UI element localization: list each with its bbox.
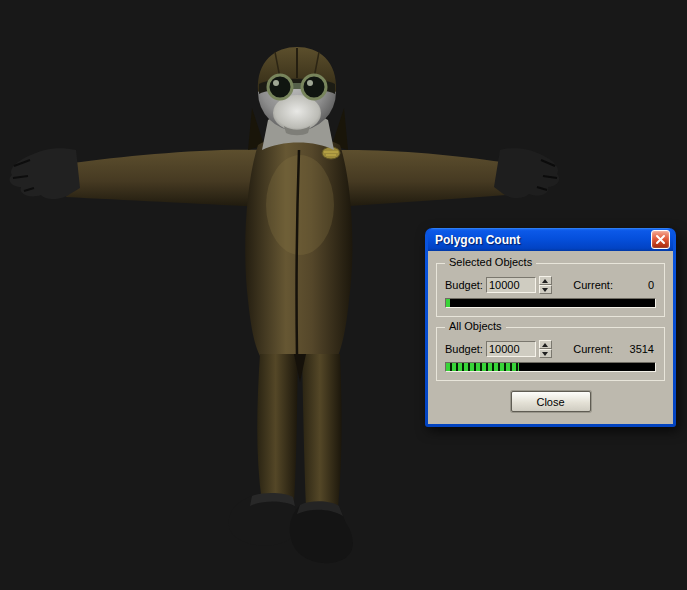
close-icon[interactable] bbox=[651, 230, 670, 249]
right-hand-glove bbox=[494, 148, 559, 198]
current-value: 0 bbox=[616, 279, 656, 291]
chest-emblem bbox=[322, 147, 340, 159]
current-label: Current: bbox=[573, 279, 613, 291]
budget-label: Budget: bbox=[445, 279, 483, 291]
polygon-progress-bar bbox=[445, 362, 656, 372]
group-all-objects: All Objects Budget: Current: 3514 bbox=[436, 327, 665, 381]
application-window: Polygon Count Selected Objects Budget: bbox=[0, 0, 687, 590]
budget-row: Budget: Current: 0 bbox=[445, 276, 656, 294]
current-label: Current: bbox=[573, 343, 613, 355]
spinner-down-icon[interactable] bbox=[539, 285, 552, 294]
budget-spinner bbox=[539, 276, 552, 294]
left-hand-glove bbox=[10, 148, 80, 199]
budget-input[interactable] bbox=[486, 277, 536, 293]
budget-label: Budget: bbox=[445, 343, 483, 355]
group-label-all-objects: All Objects bbox=[445, 320, 506, 332]
budget-input[interactable] bbox=[486, 341, 536, 357]
budget-spinner bbox=[539, 340, 552, 358]
chest-highlight bbox=[266, 155, 334, 255]
spinner-down-icon[interactable] bbox=[539, 349, 552, 358]
dialog-body: Selected Objects Budget: Current: 0 bbox=[428, 251, 673, 424]
left-arm bbox=[66, 150, 262, 207]
left-boot bbox=[229, 493, 298, 546]
polygon-count-dialog: Polygon Count Selected Objects Budget: bbox=[425, 228, 676, 427]
spinner-up-icon[interactable] bbox=[539, 340, 552, 349]
left-leg bbox=[257, 354, 298, 502]
right-boot bbox=[290, 501, 353, 563]
group-selected-objects: Selected Objects Budget: Current: 0 bbox=[436, 263, 665, 317]
group-label-selected-objects: Selected Objects bbox=[445, 256, 536, 268]
right-arm bbox=[336, 150, 506, 207]
progress-fill bbox=[446, 299, 450, 307]
dialog-titlebar[interactable]: Polygon Count bbox=[428, 228, 673, 251]
progress-fill bbox=[446, 363, 519, 371]
polygon-progress-bar bbox=[445, 298, 656, 308]
current-value: 3514 bbox=[616, 343, 656, 355]
close-button[interactable]: Close bbox=[511, 391, 591, 412]
budget-row: Budget: Current: 3514 bbox=[445, 340, 656, 358]
dialog-title: Polygon Count bbox=[435, 233, 651, 247]
spinner-up-icon[interactable] bbox=[539, 276, 552, 285]
right-leg bbox=[302, 354, 342, 508]
